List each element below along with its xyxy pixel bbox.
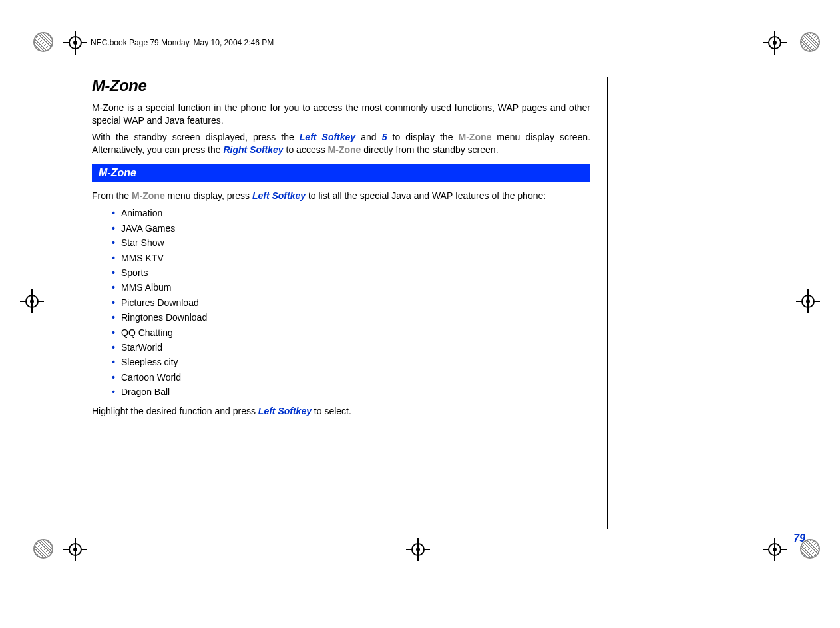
left-softkey-label: Left Softkey <box>300 132 355 142</box>
crosshair-icon <box>20 289 44 313</box>
list-item: Dragon Ball <box>112 385 590 399</box>
page-title: M-Zone <box>92 77 590 95</box>
list-item: Cartoon World <box>112 370 590 385</box>
intro-paragraph: M-Zone is a special function in the phon… <box>92 102 590 127</box>
section-header-bar: M-Zone <box>92 164 590 182</box>
mzone-label: M-Zone <box>328 144 361 155</box>
left-softkey-label: Left Softkey <box>252 190 306 201</box>
crosshair-icon <box>63 31 87 55</box>
text: With the standby screen displayed, press… <box>92 132 300 142</box>
list-item: Sleepless city <box>112 355 590 369</box>
crosshair-icon <box>406 538 430 561</box>
text: menu display, press <box>165 190 252 201</box>
left-softkey-label: Left Softkey <box>258 406 312 416</box>
text: to list all the special Java and WAP fea… <box>306 190 546 201</box>
right-softkey-label: Right Softkey <box>223 144 283 155</box>
page-number: 79 <box>793 532 805 544</box>
list-item: Star Show <box>112 236 590 250</box>
list-item: Ringtones Download <box>112 310 590 325</box>
text: to select. <box>312 406 351 416</box>
list-item: MMS Album <box>112 280 590 295</box>
list-item: JAVA Games <box>112 221 590 236</box>
instruction-paragraph-1: With the standby screen displayed, press… <box>92 131 590 156</box>
feature-list: Animation JAVA Games Star Show MMS KTV S… <box>112 206 590 399</box>
registration-mark-icon <box>33 539 53 559</box>
registration-mark-icon <box>33 32 53 52</box>
list-item: QQ Chatting <box>112 325 590 340</box>
list-item: StarWorld <box>112 340 590 355</box>
crosshair-icon <box>796 289 820 313</box>
crop-line-top <box>0 43 840 43</box>
crosshair-icon <box>763 538 787 561</box>
mzone-label: M-Zone <box>459 132 492 142</box>
text: to access <box>284 144 328 155</box>
content-area: M-Zone M-Zone is a special function in t… <box>92 77 608 529</box>
instruction-paragraph-3: Highlight the desired function and press… <box>92 405 590 418</box>
crosshair-icon <box>63 538 87 561</box>
text: Highlight the desired function and press <box>92 406 258 416</box>
mzone-label: M-Zone <box>132 190 165 201</box>
instruction-paragraph-2: From the M-Zone menu display, press Left… <box>92 190 590 202</box>
list-item: MMS KTV <box>112 251 590 265</box>
list-item: Sports <box>112 265 590 280</box>
text: From the <box>92 190 132 201</box>
registration-mark-icon <box>800 32 820 52</box>
text: to display the <box>387 132 458 142</box>
list-item: Animation <box>112 206 590 220</box>
text: directly from the standby screen. <box>361 144 498 155</box>
header-rule <box>67 35 773 35</box>
crosshair-icon <box>763 31 787 55</box>
list-item: Pictures Download <box>112 295 590 310</box>
text: and <box>355 132 382 142</box>
